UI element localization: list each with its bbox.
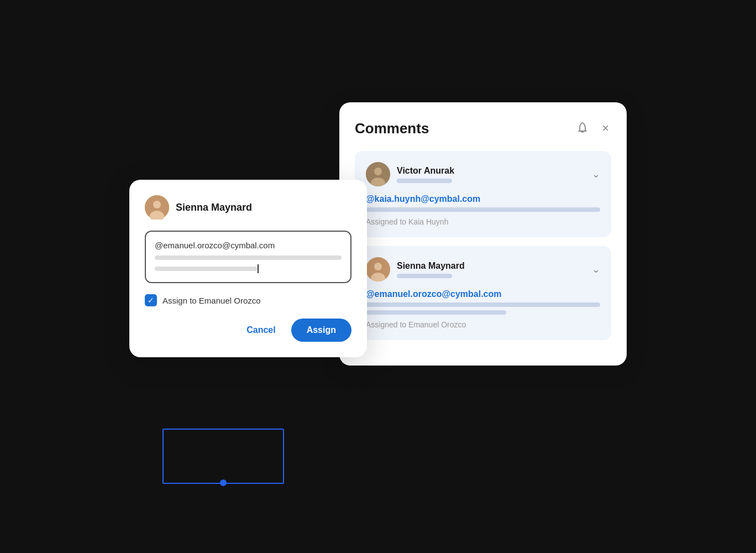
victor-name: Victor Anurak (397, 166, 454, 176)
checkmark-icon: ✓ (148, 296, 154, 304)
user-info-victor: Victor Anurak (366, 162, 454, 186)
assign-checkbox-row: ✓ Assign to Emanuel Orozco (145, 294, 351, 306)
sienna-bar-2 (366, 310, 506, 315)
comment-header-victor: Victor Anurak ⌄ (366, 162, 600, 186)
dialog-user-row: Sienna Maynard (145, 195, 351, 220)
cancel-button[interactable]: Cancel (240, 321, 282, 340)
assign-button[interactable]: Assign (291, 319, 351, 342)
sienna-mention: @emanuel.orozco@cymbal.com (366, 289, 600, 299)
notifications-button[interactable] (574, 119, 591, 137)
assign-dialog: Sienna Maynard @emanuel.orozco@cymbal.co… (129, 180, 367, 357)
close-icon: × (602, 121, 609, 135)
dialog-actions: Cancel Assign (145, 319, 351, 342)
svg-point-4 (374, 263, 382, 270)
text-cursor (258, 264, 259, 273)
avatar-sienna-dialog (145, 195, 169, 220)
svg-point-1 (374, 168, 382, 175)
avatar-sienna-comments (366, 257, 390, 281)
user-info-sienna: Sienna Maynard (366, 257, 465, 281)
dialog-email: @emanuel.orozco@cymbal.com (155, 241, 342, 250)
comments-header: Comments × (355, 119, 611, 138)
victor-bar-1 (366, 207, 600, 212)
victor-assigned: Assigned to Kaia Huynh (366, 217, 600, 226)
input-bar-1 (155, 255, 342, 260)
dialog-user-name: Sienna Maynard (176, 202, 252, 213)
comments-panel: Comments × (339, 102, 627, 366)
victor-mention: @kaia.huynh@cymbal.com (366, 194, 600, 204)
dialog-input-box[interactable]: @emanuel.orozco@cymbal.com (145, 231, 351, 283)
assign-checkbox[interactable]: ✓ (145, 294, 157, 306)
comments-actions: × (574, 119, 611, 138)
user-details-victor: Victor Anurak (397, 166, 454, 183)
victor-chevron[interactable]: ⌄ (592, 168, 600, 180)
bell-icon (576, 122, 589, 135)
comment-card-sienna: Sienna Maynard ⌄ @emanuel.orozco@cymbal.… (355, 246, 611, 340)
selection-box (162, 429, 284, 484)
sienna-subtitle-bar (397, 274, 452, 278)
comment-card-victor: Victor Anurak ⌄ @kaia.huynh@cymbal.com A… (355, 151, 611, 237)
sienna-chevron[interactable]: ⌄ (592, 263, 600, 275)
input-bar-2 (155, 267, 258, 271)
sienna-bar-1 (366, 302, 600, 307)
avatar-victor (366, 162, 390, 186)
selection-handle[interactable] (220, 479, 227, 486)
victor-subtitle-bar (397, 179, 452, 183)
comments-title: Comments (355, 120, 429, 137)
close-button[interactable]: × (600, 119, 611, 138)
sienna-assigned: Assigned to Emanuel Orozco (366, 320, 600, 329)
sienna-name-comments: Sienna Maynard (397, 261, 465, 271)
assign-checkbox-label: Assign to Emanuel Orozco (162, 296, 261, 305)
svg-point-7 (153, 201, 161, 208)
user-details-sienna: Sienna Maynard (397, 261, 465, 278)
comment-header-sienna: Sienna Maynard ⌄ (366, 257, 600, 281)
